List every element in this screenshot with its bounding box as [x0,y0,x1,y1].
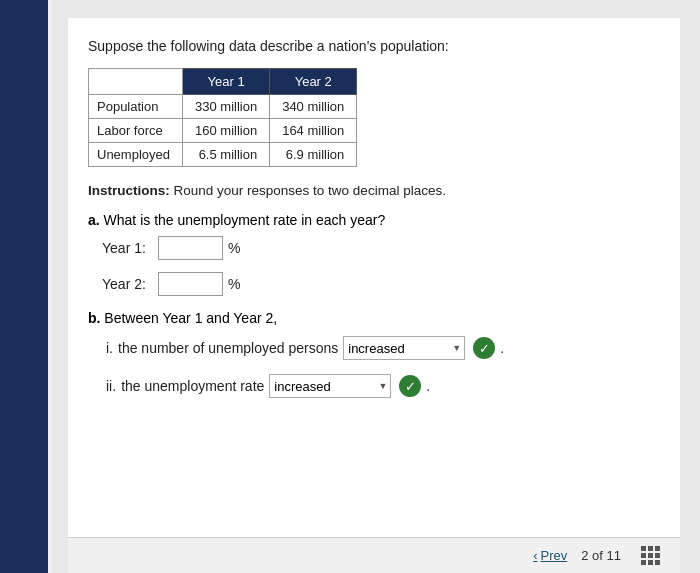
check-icon-i: ✓ [473,337,495,359]
table-cell-year1: 6.5 million [183,143,270,167]
prev-button[interactable]: ‹ Prev [533,548,567,563]
roman-ii: ii. [106,378,116,394]
sub-part-i: i. the number of unemployed persons incr… [106,336,656,360]
sub-ii-text-after: . [426,378,430,394]
sub-ii-dropdown-wrapper: increaseddecreasedstayed the same [269,374,391,398]
part-b: b. Between Year 1 and Year 2, i. the num… [88,310,656,398]
part-b-question: b. Between Year 1 and Year 2, [88,310,656,326]
year2-percent: % [228,276,240,292]
main-panel: Suppose the following data describe a na… [68,18,680,537]
instructions-detail: Round your responses to two decimal plac… [170,183,446,198]
table-cell-year1: 160 million [183,119,270,143]
instructions-line: Instructions: Round your responses to tw… [88,183,656,198]
sub-i-text-before: the number of unemployed persons [118,340,338,356]
sub-i-dropdown[interactable]: increaseddecreasedstayed the same [343,336,465,360]
part-a-question: a. What is the unemployment rate in each… [88,212,656,228]
sub-i-dropdown-wrapper: increaseddecreasedstayed the same [343,336,465,360]
col2-header: Year 2 [270,69,357,95]
table-cell-label: Population [89,95,183,119]
table-row: Labor force160 million164 million [89,119,357,143]
grid-menu-icon[interactable] [641,546,660,565]
year2-input[interactable] [158,272,223,296]
table-row: Population330 million340 million [89,95,357,119]
question-intro: Suppose the following data describe a na… [88,38,656,54]
year1-percent: % [228,240,240,256]
table-cell-label: Labor force [89,119,183,143]
prev-label: Prev [541,548,568,563]
sub-part-ii: ii. the unemployment rate increaseddecre… [106,374,656,398]
sub-ii-dropdown[interactable]: increaseddecreasedstayed the same [269,374,391,398]
year2-row: Year 2: % [102,272,656,296]
part-b-text: Between Year 1 and Year 2, [104,310,277,326]
col1-header: Year 1 [183,69,270,95]
part-a-label: a. [88,212,100,228]
prev-chevron: ‹ [533,548,537,563]
part-b-label: b. [88,310,100,326]
sub-ii-text-before: the unemployment rate [121,378,264,394]
check-icon-ii: ✓ [399,375,421,397]
table-row: Unemployed6.5 million6.9 million [89,143,357,167]
year1-row: Year 1: % [102,236,656,260]
sub-i-text-after: . [500,340,504,356]
bottom-bar: ‹ Prev 2 of 11 [68,537,680,573]
part-a-text: What is the unemployment rate in each ye… [104,212,386,228]
roman-i: i. [106,340,113,356]
part-a: a. What is the unemployment rate in each… [88,212,656,296]
table-cell-year2: 164 million [270,119,357,143]
data-table: Year 1 Year 2 Population330 million340 m… [88,68,357,167]
year1-label: Year 1: [102,240,152,256]
left-sidebar [0,0,48,573]
table-cell-year1: 330 million [183,95,270,119]
year2-label: Year 2: [102,276,152,292]
table-cell-year2: 340 million [270,95,357,119]
table-cell-label: Unemployed [89,143,183,167]
year1-input[interactable] [158,236,223,260]
instructions-bold: Instructions: [88,183,170,198]
page-info: 2 of 11 [581,548,621,563]
table-cell-year2: 6.9 million [270,143,357,167]
